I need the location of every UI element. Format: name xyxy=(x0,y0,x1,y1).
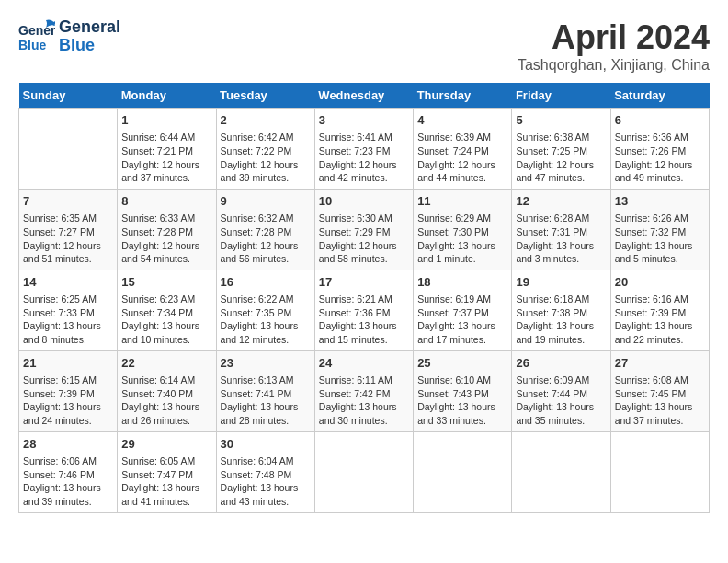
day-info: Daylight: 13 hours xyxy=(23,319,113,333)
day-info: and 37 minutes. xyxy=(121,171,211,185)
subtitle: Tashqorghan, Xinjiang, China xyxy=(518,57,710,74)
day-header-sunday: Sunday xyxy=(19,83,118,109)
day-info: Sunrise: 6:21 AM xyxy=(319,293,409,306)
day-info: Daylight: 12 hours xyxy=(121,239,211,253)
day-info: Sunset: 7:23 PM xyxy=(319,144,409,158)
day-info: Sunrise: 6:39 AM xyxy=(417,131,507,144)
calendar-cell: 27Sunrise: 6:08 AMSunset: 7:45 PMDayligh… xyxy=(610,350,709,431)
day-info: Daylight: 13 hours xyxy=(516,239,606,253)
day-info: Sunset: 7:41 PM xyxy=(221,387,311,401)
day-info: Daylight: 13 hours xyxy=(23,400,113,414)
calendar-cell: 7Sunrise: 6:35 AMSunset: 7:27 PMDaylight… xyxy=(19,189,118,270)
calendar-cell: 28Sunrise: 6:06 AMSunset: 7:46 PMDayligh… xyxy=(19,431,118,512)
calendar-cell: 23Sunrise: 6:13 AMSunset: 7:41 PMDayligh… xyxy=(216,350,314,431)
day-number: 15 xyxy=(121,274,211,291)
day-info: Daylight: 13 hours xyxy=(615,239,705,253)
day-info: Sunset: 7:38 PM xyxy=(516,306,606,320)
day-info: and 3 minutes. xyxy=(516,252,606,266)
day-info: Sunrise: 6:28 AM xyxy=(516,212,606,225)
day-info: Sunset: 7:43 PM xyxy=(417,387,507,401)
day-info: Sunrise: 6:14 AM xyxy=(121,373,211,387)
day-info: and 19 minutes. xyxy=(516,333,606,347)
day-number: 3 xyxy=(319,112,409,129)
calendar-cell: 2Sunrise: 6:42 AMSunset: 7:22 PMDaylight… xyxy=(216,109,314,190)
day-info: Sunrise: 6:41 AM xyxy=(319,131,409,144)
day-info: Sunrise: 6:08 AM xyxy=(615,373,705,387)
day-info: and 1 minute. xyxy=(417,252,507,266)
day-info: Sunset: 7:48 PM xyxy=(221,468,311,482)
day-info: Daylight: 12 hours xyxy=(221,239,311,253)
calendar-cell: 24Sunrise: 6:11 AMSunset: 7:42 PMDayligh… xyxy=(314,350,413,431)
day-info: Daylight: 13 hours xyxy=(417,319,507,333)
day-header-friday: Friday xyxy=(512,83,610,109)
day-info: and 51 minutes. xyxy=(23,252,113,266)
day-info: and 54 minutes. xyxy=(121,252,211,266)
day-number: 12 xyxy=(516,193,606,210)
day-info: and 49 minutes. xyxy=(615,171,705,185)
day-info: Sunset: 7:39 PM xyxy=(23,387,113,401)
day-info: Sunrise: 6:19 AM xyxy=(417,293,507,306)
day-info: Daylight: 13 hours xyxy=(615,319,705,333)
day-info: Sunset: 7:29 PM xyxy=(319,225,409,239)
day-info: and 12 minutes. xyxy=(221,333,311,347)
day-number: 24 xyxy=(319,355,409,372)
day-info: and 56 minutes. xyxy=(221,252,311,266)
day-info: and 30 minutes. xyxy=(319,414,409,428)
day-info: Daylight: 13 hours xyxy=(615,400,705,414)
day-header-saturday: Saturday xyxy=(610,83,709,109)
day-info: Sunset: 7:28 PM xyxy=(121,225,211,239)
day-info: and 43 minutes. xyxy=(221,495,311,509)
day-info: Sunrise: 6:35 AM xyxy=(23,212,113,225)
day-info: Sunset: 7:31 PM xyxy=(516,225,606,239)
calendar-cell: 12Sunrise: 6:28 AMSunset: 7:31 PMDayligh… xyxy=(512,189,610,270)
day-info: Sunset: 7:25 PM xyxy=(516,144,606,158)
day-info: and 33 minutes. xyxy=(417,414,507,428)
calendar-cell: 20Sunrise: 6:16 AMSunset: 7:39 PMDayligh… xyxy=(610,270,709,350)
calendar-cell: 9Sunrise: 6:32 AMSunset: 7:28 PMDaylight… xyxy=(216,189,314,270)
calendar-cell: 25Sunrise: 6:10 AMSunset: 7:43 PMDayligh… xyxy=(414,350,512,431)
day-info: Sunrise: 6:36 AM xyxy=(615,131,705,144)
calendar-cell xyxy=(414,431,512,512)
calendar-cell: 3Sunrise: 6:41 AMSunset: 7:23 PMDaylight… xyxy=(314,109,413,190)
calendar-cell: 22Sunrise: 6:14 AMSunset: 7:40 PMDayligh… xyxy=(118,350,216,431)
day-number: 14 xyxy=(23,274,113,291)
day-info: Sunrise: 6:16 AM xyxy=(615,293,705,306)
day-info: Daylight: 13 hours xyxy=(319,400,409,414)
day-info: and 47 minutes. xyxy=(516,171,606,185)
day-info: and 44 minutes. xyxy=(417,171,507,185)
day-info: Sunset: 7:28 PM xyxy=(221,225,311,239)
day-info: Sunrise: 6:44 AM xyxy=(121,131,211,144)
day-number: 18 xyxy=(417,274,507,291)
calendar-cell: 30Sunrise: 6:04 AMSunset: 7:48 PMDayligh… xyxy=(216,431,314,512)
day-info: Daylight: 13 hours xyxy=(121,481,211,495)
calendar-cell xyxy=(610,431,709,512)
day-info: and 42 minutes. xyxy=(319,171,409,185)
day-info: Sunset: 7:39 PM xyxy=(615,306,705,320)
main-title: April 2024 xyxy=(518,18,710,57)
day-info: Daylight: 13 hours xyxy=(417,400,507,414)
day-info: Daylight: 13 hours xyxy=(121,319,211,333)
day-info: Daylight: 13 hours xyxy=(319,319,409,333)
calendar-cell: 21Sunrise: 6:15 AMSunset: 7:39 PMDayligh… xyxy=(19,350,118,431)
day-number: 10 xyxy=(319,193,409,210)
day-info: Sunrise: 6:42 AM xyxy=(221,131,311,144)
calendar-cell: 26Sunrise: 6:09 AMSunset: 7:44 PMDayligh… xyxy=(512,350,610,431)
calendar-cell: 17Sunrise: 6:21 AMSunset: 7:36 PMDayligh… xyxy=(314,270,413,350)
day-header-monday: Monday xyxy=(118,83,216,109)
day-info: Sunset: 7:46 PM xyxy=(23,468,113,482)
day-info: Sunset: 7:36 PM xyxy=(319,306,409,320)
day-info: and 39 minutes. xyxy=(221,171,311,185)
day-info: and 24 minutes. xyxy=(23,414,113,428)
day-number: 26 xyxy=(516,355,606,372)
calendar-cell: 16Sunrise: 6:22 AMSunset: 7:35 PMDayligh… xyxy=(216,270,314,350)
day-info: and 26 minutes. xyxy=(121,414,211,428)
day-info: and 5 minutes. xyxy=(615,252,705,266)
day-info: and 28 minutes. xyxy=(221,414,311,428)
calendar-cell xyxy=(512,431,610,512)
calendar-cell: 5Sunrise: 6:38 AMSunset: 7:25 PMDaylight… xyxy=(512,109,610,190)
day-info: Daylight: 13 hours xyxy=(221,400,311,414)
calendar-cell: 14Sunrise: 6:25 AMSunset: 7:33 PMDayligh… xyxy=(19,270,118,350)
day-info: Sunset: 7:42 PM xyxy=(319,387,409,401)
day-info: Sunrise: 6:30 AM xyxy=(319,212,409,225)
calendar-week-2: 7Sunrise: 6:35 AMSunset: 7:27 PMDaylight… xyxy=(19,189,710,270)
